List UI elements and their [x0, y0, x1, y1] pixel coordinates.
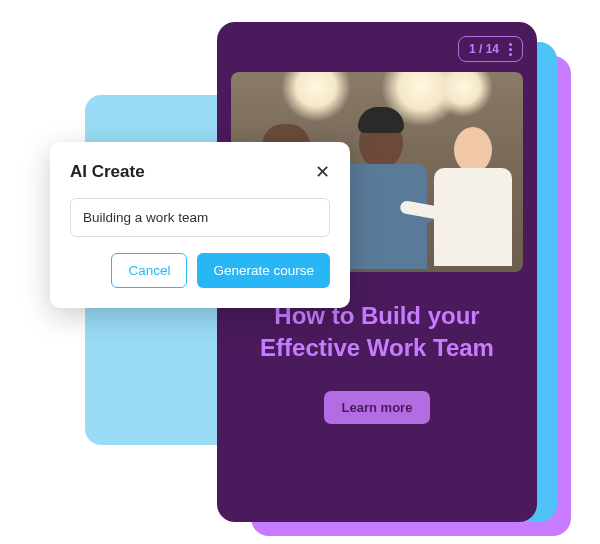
learn-more-button[interactable]: Learn more	[324, 391, 431, 424]
ai-create-dialog: AI Create ✕ Cancel Generate course	[50, 142, 350, 308]
cancel-button[interactable]: Cancel	[111, 253, 187, 288]
prompt-input[interactable]	[70, 198, 330, 237]
close-icon[interactable]: ✕	[315, 163, 330, 181]
dialog-actions: Cancel Generate course	[70, 253, 330, 288]
lamp-icon	[281, 72, 351, 122]
person-figure	[428, 127, 518, 272]
more-icon[interactable]	[509, 43, 512, 56]
dialog-title: AI Create	[70, 162, 145, 182]
dialog-header: AI Create ✕	[70, 162, 330, 182]
page-indicator-pill[interactable]: 1 / 14	[458, 36, 523, 62]
course-title: How to Build your Effective Work Team	[241, 300, 513, 365]
generate-course-button[interactable]: Generate course	[197, 253, 330, 288]
phone-header: 1 / 14	[231, 36, 523, 62]
page-counter: 1 / 14	[469, 42, 499, 56]
